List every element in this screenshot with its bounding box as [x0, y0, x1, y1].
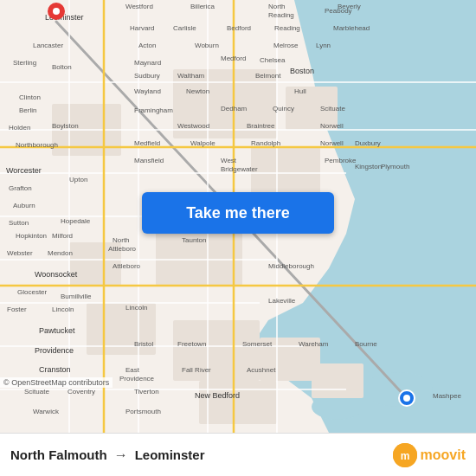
svg-text:Newton: Newton	[186, 87, 209, 95]
svg-text:Norwell: Norwell	[320, 122, 344, 130]
svg-text:Scituate: Scituate	[320, 105, 345, 113]
svg-text:Coventry: Coventry	[68, 388, 95, 396]
svg-text:Berlin: Berlin	[19, 106, 36, 114]
svg-text:Walpole: Walpole	[190, 139, 215, 147]
svg-text:Freetown: Freetown	[177, 340, 206, 348]
svg-text:Woonsocket: Woonsocket	[35, 270, 78, 279]
svg-text:Westford: Westford	[125, 3, 153, 10]
svg-text:Cranston: Cranston	[39, 365, 71, 374]
svg-text:Mansfield: Mansfield	[134, 157, 164, 164]
svg-text:Attleboro: Attleboro	[113, 262, 141, 270]
svg-text:Mendon: Mendon	[48, 249, 73, 257]
svg-text:Taunton: Taunton	[182, 236, 206, 244]
arrow-icon: →	[114, 447, 128, 463]
moovit-logo[interactable]: m moovit	[393, 443, 466, 467]
svg-text:Wayland: Wayland	[134, 87, 161, 95]
svg-text:Providence: Providence	[35, 346, 74, 355]
svg-text:Belmont: Belmont	[255, 72, 281, 80]
svg-text:Upton: Upton	[69, 176, 87, 183]
svg-text:Braintree: Braintree	[247, 122, 275, 130]
svg-rect-13	[312, 363, 363, 398]
svg-text:Pembroke: Pembroke	[325, 157, 357, 164]
svg-text:Portsmouth: Portsmouth	[125, 408, 161, 415]
svg-text:Pawtucket: Pawtucket	[39, 326, 75, 335]
svg-text:Sterling: Sterling	[13, 59, 36, 67]
origin-label: North Falmouth	[10, 447, 107, 462]
svg-text:Dedham: Dedham	[221, 105, 248, 113]
svg-text:Grafton: Grafton	[9, 184, 32, 192]
map-area: Leominster Lancaster Sterling Bolton Cli…	[0, 0, 476, 433]
svg-rect-14	[199, 381, 277, 424]
svg-text:Duxbury: Duxbury	[355, 139, 381, 147]
svg-text:Bolton: Bolton	[52, 63, 72, 71]
svg-text:Kingston: Kingston	[355, 163, 382, 170]
svg-text:Providence: Providence	[119, 375, 155, 383]
svg-text:Peabody: Peabody	[325, 7, 352, 15]
svg-text:New Bedford: New Bedford	[195, 391, 240, 400]
svg-text:Sutton: Sutton	[9, 219, 29, 227]
svg-text:Holden: Holden	[9, 124, 30, 132]
svg-text:Acushnet: Acushnet	[247, 366, 276, 374]
svg-text:Norwell: Norwell	[320, 139, 344, 147]
svg-text:Scituate: Scituate	[24, 388, 49, 396]
svg-text:Sudbury: Sudbury	[134, 72, 160, 80]
svg-text:Woburn: Woburn	[195, 42, 219, 49]
svg-rect-8	[156, 225, 242, 286]
svg-text:Somerset: Somerset	[242, 340, 273, 348]
moovit-text: moovit	[421, 447, 466, 463]
svg-text:Bedford: Bedford	[227, 24, 251, 32]
svg-text:m: m	[400, 450, 409, 462]
svg-text:Hopedale: Hopedale	[61, 217, 91, 225]
svg-text:Bourne: Bourne	[355, 340, 377, 348]
svg-text:Lakeville: Lakeville	[268, 297, 296, 305]
svg-text:North: North	[268, 3, 286, 10]
svg-text:Mashpee: Mashpee	[433, 392, 461, 400]
moovit-icon: m	[393, 443, 417, 467]
svg-text:Warwick: Warwick	[33, 408, 60, 415]
svg-point-128	[403, 395, 410, 402]
svg-text:Boylston: Boylston	[52, 122, 79, 130]
svg-text:Medford: Medford	[221, 55, 246, 62]
svg-point-126	[53, 8, 60, 15]
svg-text:West: West	[221, 157, 237, 164]
svg-text:Bumillville: Bumillville	[61, 293, 92, 300]
svg-text:Boston: Boston	[290, 67, 314, 75]
svg-text:North: North	[113, 236, 130, 244]
svg-text:Lancaster: Lancaster	[33, 42, 63, 49]
svg-text:Hopkinton: Hopkinton	[16, 232, 47, 240]
take-me-there-button[interactable]: Take me there	[142, 192, 334, 234]
svg-text:Lynn: Lynn	[316, 42, 331, 49]
svg-text:Westwood: Westwood	[177, 122, 209, 130]
svg-text:Bridgewater: Bridgewater	[221, 165, 258, 173]
svg-text:Lincoln: Lincoln	[125, 304, 147, 312]
svg-text:Northborough: Northborough	[16, 141, 58, 149]
svg-text:Lincoln: Lincoln	[52, 306, 74, 313]
svg-text:Reading: Reading	[268, 11, 294, 19]
svg-text:Auburn: Auburn	[13, 202, 35, 209]
svg-text:Acton: Acton	[138, 42, 156, 49]
svg-text:Billerica: Billerica	[190, 3, 215, 10]
svg-text:Glocester: Glocester	[17, 288, 48, 296]
svg-text:Middleborough: Middleborough	[268, 262, 314, 270]
svg-text:Milford: Milford	[52, 232, 73, 240]
svg-text:Marblehead: Marblehead	[333, 24, 370, 32]
svg-text:Maynard: Maynard	[134, 59, 161, 67]
svg-text:East: East	[125, 366, 140, 374]
bottom-bar: North Falmouth → Leominster m moovit	[0, 433, 476, 476]
svg-text:Waltham: Waltham	[177, 72, 205, 80]
svg-text:Randolph: Randolph	[251, 139, 280, 147]
svg-text:Melrose: Melrose	[273, 42, 299, 49]
svg-text:Harvard: Harvard	[130, 24, 154, 32]
destination-label: Leominster	[135, 447, 205, 462]
svg-text:Chelsea: Chelsea	[260, 56, 286, 64]
svg-text:Webster: Webster	[7, 249, 33, 257]
svg-text:Fall River: Fall River	[182, 366, 211, 374]
svg-text:Tiverton: Tiverton	[134, 388, 159, 396]
svg-text:Clinton: Clinton	[19, 93, 41, 101]
svg-text:Carlisle: Carlisle	[173, 24, 196, 32]
route-info: North Falmouth → Leominster	[10, 447, 393, 463]
svg-text:Hull: Hull	[294, 87, 306, 95]
svg-text:Foster: Foster	[7, 306, 27, 313]
svg-text:Wareham: Wareham	[299, 340, 329, 348]
svg-text:Attleboro: Attleboro	[108, 245, 137, 253]
